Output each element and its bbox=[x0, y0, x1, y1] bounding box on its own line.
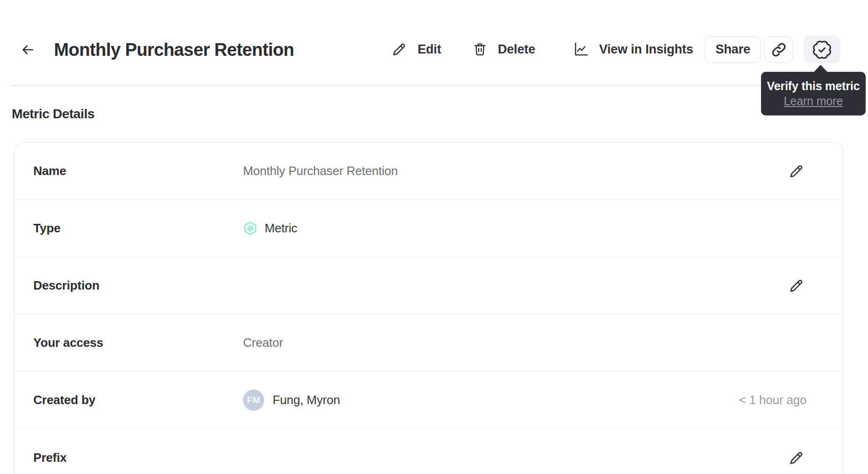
verify-tooltip-title: Verify this metric bbox=[767, 79, 860, 93]
back-arrow-icon bbox=[20, 42, 35, 57]
share-button[interactable]: Share bbox=[705, 36, 761, 63]
pencil-icon bbox=[788, 449, 805, 466]
pencil-icon bbox=[788, 277, 805, 294]
row-value: Metric bbox=[243, 221, 297, 236]
pencil-icon bbox=[788, 162, 805, 180]
metric-hexagon-icon bbox=[243, 221, 258, 236]
created-at-timestamp: < 1 hour ago bbox=[739, 393, 807, 407]
detail-row-your-access: Your access Creator bbox=[15, 314, 843, 372]
edit-prefix-button[interactable] bbox=[786, 447, 807, 468]
copy-link-button[interactable] bbox=[764, 36, 793, 63]
row-label: Name bbox=[33, 164, 243, 178]
avatar: FM bbox=[243, 390, 264, 411]
row-value: FM Fung, Myron bbox=[243, 390, 340, 411]
detail-row-type: Type Metric bbox=[15, 200, 843, 257]
detail-row-prefix: Prefix bbox=[15, 429, 843, 474]
row-value: Creator bbox=[243, 336, 283, 350]
verify-tooltip: Verify this metric Learn more bbox=[761, 72, 866, 115]
edit-button-label: Edit bbox=[418, 42, 441, 57]
row-label: Prefix bbox=[33, 451, 243, 465]
detail-row-created-by: Created by FM Fung, Myron < 1 hour ago bbox=[15, 372, 843, 429]
section-title: Metric Details bbox=[12, 107, 94, 122]
link-icon bbox=[770, 41, 788, 59]
delete-button[interactable]: Delete bbox=[472, 38, 535, 61]
view-in-insights-button[interactable]: View in Insights bbox=[572, 38, 693, 61]
row-label: Type bbox=[33, 221, 243, 236]
type-value: Metric bbox=[265, 221, 297, 236]
row-label: Your access bbox=[33, 336, 243, 350]
edit-name-button[interactable] bbox=[786, 161, 807, 182]
trash-icon bbox=[472, 41, 488, 57]
delete-button-label: Delete bbox=[498, 42, 535, 57]
row-value: Monthly Purchaser Retention bbox=[243, 164, 398, 178]
view-in-insights-label: View in Insights bbox=[599, 42, 693, 57]
row-label: Created by bbox=[33, 393, 243, 407]
detail-row-description: Description bbox=[15, 257, 843, 314]
verified-badge-icon bbox=[813, 40, 831, 59]
header-divider bbox=[11, 85, 857, 86]
row-label: Description bbox=[33, 278, 243, 293]
line-chart-icon bbox=[572, 41, 589, 58]
edit-button[interactable]: Edit bbox=[391, 38, 441, 61]
pencil-icon bbox=[391, 41, 408, 58]
created-by-name: Fung, Myron bbox=[273, 393, 340, 407]
edit-description-button[interactable] bbox=[786, 275, 807, 296]
page-title: Monthly Purchaser Retention bbox=[54, 39, 294, 60]
back-button[interactable] bbox=[17, 39, 38, 60]
metric-details-card: Name Monthly Purchaser Retention Type bbox=[14, 142, 843, 474]
learn-more-link[interactable]: Learn more bbox=[784, 94, 843, 108]
verify-metric-button[interactable] bbox=[804, 36, 840, 63]
detail-row-name: Name Monthly Purchaser Retention bbox=[15, 143, 843, 200]
